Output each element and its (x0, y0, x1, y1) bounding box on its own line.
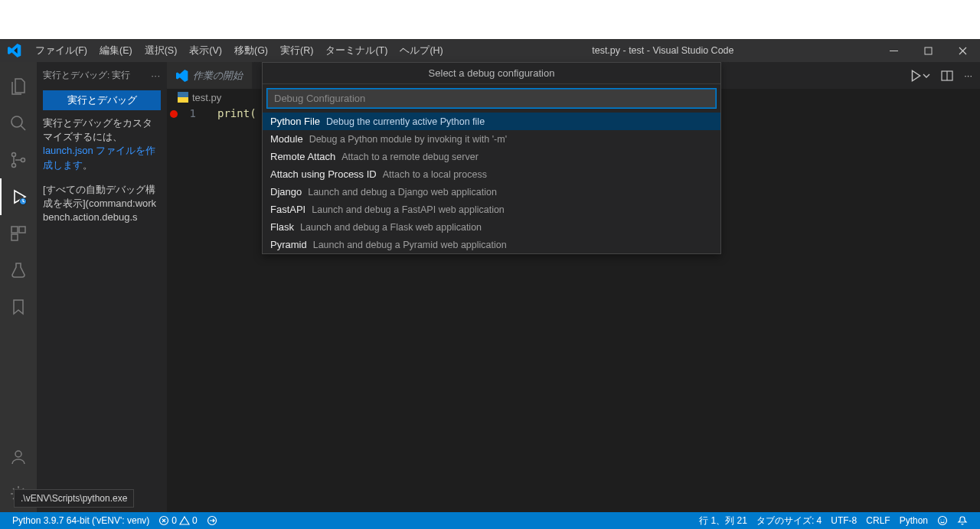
quickpick-item-pyramid[interactable]: PyramidLaunch and debug a Pyramid web ap… (263, 236, 720, 253)
vscode-logo-icon (8, 44, 21, 57)
bookmark-icon[interactable] (0, 289, 37, 325)
status-indentation[interactable]: タブのサイズ: 4 (752, 514, 826, 527)
status-feedback-icon[interactable] (933, 514, 952, 527)
svg-point-3 (12, 153, 16, 157)
window-maximize-button[interactable] (911, 39, 946, 62)
status-python-interpreter[interactable]: Python 3.9.7 64-bit ('vENV': venv) (8, 515, 154, 526)
quickpick-title: Select a debug configuration (263, 63, 720, 84)
svg-rect-1 (925, 47, 932, 54)
status-portforward-icon[interactable] (202, 515, 222, 526)
svg-rect-14 (178, 92, 188, 97)
quickpick-item-fastapi[interactable]: FastAPILaunch and debug a FastAPI web ap… (263, 201, 720, 218)
more-actions-icon[interactable]: ··· (964, 70, 972, 81)
quickpick-list: Python FileDebug the currently active Py… (263, 113, 720, 253)
menu-help[interactable]: ヘルプ(H) (394, 42, 449, 60)
tab-welcome-label: 作業の開始 (193, 69, 243, 83)
tab-welcome[interactable]: 作業の開始 (167, 62, 252, 89)
window-close-button[interactable] (946, 39, 980, 62)
extensions-icon[interactable] (0, 215, 37, 252)
svg-point-10 (15, 451, 21, 457)
status-problems[interactable]: 0 0 (154, 515, 201, 526)
window-title: test.py - test - Visual Studio Code (449, 45, 877, 56)
svg-rect-15 (178, 97, 188, 103)
svg-rect-9 (11, 234, 18, 240)
window-minimize-button[interactable] (877, 39, 911, 62)
menu-go[interactable]: 移動(G) (228, 42, 274, 60)
sidebar-text-1: 実行とデバッグをカスタマイズするには、 (43, 117, 152, 142)
svg-rect-7 (11, 227, 18, 233)
status-eol[interactable]: CRLF (861, 514, 894, 527)
quickpick-item-module[interactable]: ModuleDebug a Python module by invoking … (263, 130, 720, 148)
menu-file[interactable]: ファイル(F) (29, 42, 93, 60)
menu-edit[interactable]: 編集(E) (93, 42, 139, 60)
menu-terminal[interactable]: ターミナル(T) (319, 42, 394, 60)
activity-bar (0, 62, 37, 512)
code-line[interactable]: print( (217, 107, 256, 119)
quickpick-item-django[interactable]: DjangoLaunch and debug a Django web appl… (263, 183, 720, 201)
run-play-icon[interactable] (909, 69, 930, 83)
warning-icon (179, 515, 190, 526)
svg-rect-0 (890, 51, 898, 51)
svg-point-5 (21, 158, 25, 162)
sidebar-header: 実行とデバッグ: 実行 (43, 70, 130, 81)
menu-view[interactable]: 表示(V) (183, 42, 228, 60)
menu-run[interactable]: 実行(R) (274, 42, 319, 60)
sidebar-more-icon[interactable]: ··· (151, 71, 161, 80)
explorer-icon[interactable] (0, 68, 37, 105)
error-icon (158, 515, 169, 526)
sidebar-text-2: [すべての自動デバッグ構成を表示](command:workbench.acti… (43, 183, 161, 225)
create-launch-json-link[interactable]: launch.json ファイルを作成します (43, 145, 155, 170)
svg-point-2 (11, 116, 22, 127)
vscode-logo-icon (176, 70, 188, 82)
run-debug-icon[interactable] (0, 178, 37, 215)
line-number: 1 (167, 107, 210, 119)
titlebar: ファイル(F) 編集(E) 選択(S) 表示(V) 移動(G) 実行(R) ター… (0, 39, 980, 62)
debug-sidebar: 実行とデバッグ: 実行 ··· 実行とデバッグ 実行とデバッグをカスタマイズする… (37, 62, 167, 512)
interpreter-tooltip: .\vENV\Scripts\python.exe (14, 489, 134, 508)
status-language[interactable]: Python (895, 514, 933, 527)
svg-point-4 (12, 164, 16, 168)
breadcrumb-file[interactable]: test.py (192, 92, 221, 103)
run-and-debug-button[interactable]: 実行とデバッグ (43, 90, 161, 110)
quickpick-item-python-file[interactable]: Python FileDebug the currently active Py… (263, 113, 720, 130)
status-bar: Python 3.9.7 64-bit ('vENV': venv) 0 0 行… (0, 512, 980, 529)
status-cursor-position[interactable]: 行 1、列 21 (694, 514, 752, 527)
quickpick-item-attach-pid[interactable]: Attach using Process IDAttach to a local… (263, 165, 720, 183)
status-bell-icon[interactable] (952, 514, 972, 527)
python-file-icon (178, 92, 188, 103)
search-icon[interactable] (0, 105, 37, 142)
split-editor-icon[interactable] (941, 70, 953, 82)
sidebar-text-1c: 。 (83, 159, 93, 171)
debug-config-quickpick: Select a debug configuration Python File… (262, 62, 721, 254)
quickpick-item-remote-attach[interactable]: Remote AttachAttach to a remote debug se… (263, 148, 720, 165)
menu-select[interactable]: 選択(S) (139, 42, 184, 60)
accounts-icon[interactable] (0, 439, 37, 475)
svg-rect-8 (19, 227, 25, 233)
quickpick-item-flask[interactable]: FlaskLaunch and debug a Flask web applic… (263, 218, 720, 236)
source-control-icon[interactable] (0, 142, 37, 178)
quickpick-input[interactable] (267, 89, 716, 108)
svg-point-18 (939, 517, 947, 525)
status-encoding[interactable]: UTF-8 (826, 514, 861, 527)
testing-icon[interactable] (0, 252, 37, 289)
